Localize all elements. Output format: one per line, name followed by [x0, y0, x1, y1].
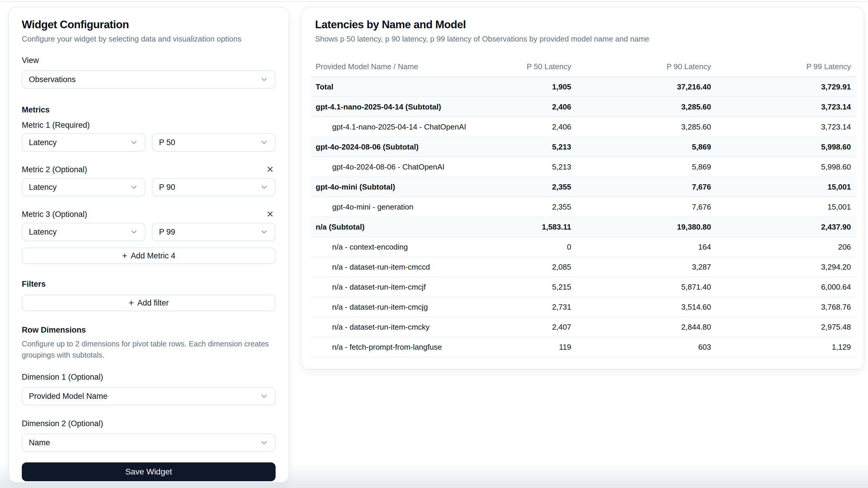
row-p50-cell: 2,085 — [476, 257, 576, 277]
row-p99-cell: 3,723.14 — [716, 117, 856, 137]
row-p90-cell: 5,871.40 — [576, 277, 716, 297]
table-row: n/a - dataset-run-item-cmcjf 5,215 5,871… — [311, 277, 856, 297]
chevron-down-icon — [260, 75, 269, 84]
chevron-down-icon — [129, 183, 138, 192]
row-p99-cell: 206 — [716, 237, 856, 257]
dimension-1-label: Dimension 1 (Optional) — [22, 372, 276, 382]
column-header-p90: P 90 Latency — [576, 59, 716, 77]
table-row: n/a - context-encoding 0 164 206 — [311, 237, 856, 257]
metric-2-label: Metric 2 (Optional) — [22, 165, 87, 174]
table-row: n/a (Subtotal) 1,583.11 19,380.80 2,437.… — [311, 217, 856, 237]
table-row: n/a - dataset-run-item-cmccd 2,085 3,287… — [311, 257, 856, 277]
row-dimensions-section-label: Row Dimensions — [22, 325, 276, 335]
row-p50-cell: 2,406 — [476, 117, 576, 137]
dimension-2-select[interactable]: Name — [22, 433, 276, 452]
row-p99-cell: 2,437.90 — [716, 217, 856, 237]
metric-3-aggregation-select[interactable]: P 99 — [152, 223, 276, 241]
row-name-cell: n/a - context-encoding — [311, 237, 476, 257]
table-row: n/a - fetch-prompt-from-langfuse 119 603… — [311, 337, 856, 357]
remove-metric-2-button[interactable]: ✕ — [265, 165, 276, 174]
plus-icon: + — [129, 298, 134, 307]
table-row: n/a - dataset-run-item-cmcky 2,407 2,844… — [311, 317, 856, 337]
metric-2-measure-select[interactable]: Latency — [22, 178, 146, 196]
row-name-cell: Total — [311, 77, 476, 97]
row-p50-cell: 2,731 — [476, 297, 576, 317]
row-p50-cell: 5,213 — [476, 137, 576, 157]
table-row: Total 1,905 37,216.40 3,729.91 — [311, 77, 856, 97]
config-panel-title: Widget Configuration — [22, 18, 276, 32]
row-p90-cell: 3,285.60 — [576, 117, 716, 137]
row-p99-cell: 3,723.14 — [716, 97, 856, 117]
metric-1-measure-value: Latency — [29, 138, 57, 147]
row-p99-cell: 15,001 — [716, 197, 856, 217]
row-p50-cell: 5,215 — [476, 277, 576, 297]
widget-title: Latencies by Name and Model — [315, 18, 855, 32]
chevron-down-icon — [260, 392, 269, 400]
row-p99-cell: 15,001 — [716, 177, 856, 197]
metric-3-measure-select[interactable]: Latency — [22, 223, 146, 241]
row-p90-cell: 3,514.60 — [576, 297, 716, 317]
row-name-cell: gpt-4o-mini - generation — [311, 197, 476, 217]
add-filter-button[interactable]: + Add filter — [22, 295, 276, 311]
row-p50-cell: 1,905 — [476, 77, 576, 97]
close-icon: ✕ — [267, 209, 274, 219]
view-label: View — [22, 56, 276, 65]
row-name-cell: n/a - dataset-run-item-cmcjg — [311, 297, 476, 317]
row-name-cell: n/a (Subtotal) — [311, 217, 476, 237]
row-p50-cell: 2,355 — [476, 197, 576, 217]
row-name-cell: gpt-4.1-nano-2025-04-14 - ChatOpenAI — [311, 117, 476, 137]
column-header-p50: P 50 Latency — [476, 59, 576, 77]
table-row: n/a - dataset-run-item-cmcjg 2,731 3,514… — [311, 297, 856, 317]
metric-2-aggregation-select[interactable]: P 90 — [152, 178, 276, 196]
row-p50-cell: 2,355 — [476, 177, 576, 197]
row-p99-cell: 2,975.48 — [716, 317, 856, 337]
widget-preview-panel: Latencies by Name and Model Shows p 50 l… — [301, 7, 865, 370]
metric-1-aggregation-select[interactable]: P 50 — [152, 133, 276, 152]
row-p90-cell: 7,676 — [576, 197, 716, 217]
save-widget-button[interactable]: Save Widget — [22, 462, 276, 481]
view-select[interactable]: Observations — [22, 70, 276, 89]
metrics-section-label: Metrics — [22, 105, 276, 115]
remove-metric-3-button[interactable]: ✕ — [265, 209, 276, 219]
metric-2-row: Latency P 90 — [22, 178, 276, 196]
row-p90-cell: 5,869 — [576, 137, 716, 157]
row-p90-cell: 37,216.40 — [576, 77, 716, 97]
row-dimensions-description: Configure up to 2 dimensions for pivot t… — [22, 338, 276, 361]
row-p90-cell: 3,285.60 — [576, 97, 716, 117]
dimension-1-select[interactable]: Provided Model Name — [22, 387, 276, 405]
row-p99-cell: 5,998.60 — [716, 157, 856, 177]
row-p90-cell: 603 — [576, 337, 716, 357]
metric-1-label: Metric 1 (Required) — [22, 120, 276, 130]
dimension-1-value: Provided Model Name — [29, 392, 107, 401]
row-name-cell: gpt-4o-2024-08-06 (Subtotal) — [311, 137, 476, 157]
row-p99-cell: 1,129 — [716, 337, 856, 357]
chevron-down-icon — [129, 138, 138, 147]
pivot-table-header-row: Provided Model Name / Name P 50 Latency … — [311, 59, 856, 77]
filters-section-label: Filters — [22, 279, 276, 289]
metric-1-measure-select[interactable]: Latency — [22, 133, 146, 152]
row-p50-cell: 5,213 — [476, 157, 576, 177]
config-panel-subtitle: Configure your widget by selecting data … — [22, 34, 276, 44]
metric-1-row: Latency P 50 — [22, 133, 276, 152]
metric-3-row: Latency P 99 — [22, 223, 276, 241]
table-row: gpt-4.1-nano-2025-04-14 (Subtotal) 2,406… — [311, 97, 856, 117]
row-name-cell: gpt-4o-2024-08-06 - ChatOpenAI — [311, 157, 476, 177]
widget-subtitle: Shows p 50 latency, p 90 latency, p 99 l… — [315, 34, 855, 44]
row-p90-cell: 2,844.80 — [576, 317, 716, 337]
add-metric-button[interactable]: + Add Metric 4 — [22, 248, 276, 264]
table-row: gpt-4o-2024-08-06 - ChatOpenAI 5,213 5,8… — [311, 157, 856, 177]
row-p99-cell: 3,768.76 — [716, 297, 856, 317]
metric-3-aggregation-value: P 99 — [159, 228, 175, 237]
dimension-2-label: Dimension 2 (Optional) — [22, 419, 276, 428]
row-name-cell: n/a - fetch-prompt-from-langfuse — [311, 337, 476, 357]
add-metric-label: Add Metric 4 — [131, 251, 176, 260]
row-p50-cell: 2,407 — [476, 317, 576, 337]
row-p90-cell: 7,676 — [576, 177, 716, 197]
metric-3-measure-value: Latency — [29, 228, 57, 237]
dimension-2-value: Name — [29, 438, 50, 447]
row-p99-cell: 3,294.20 — [716, 257, 856, 277]
row-name-cell: gpt-4o-mini (Subtotal) — [311, 177, 476, 197]
close-icon: ✕ — [267, 165, 274, 174]
metric-3-label: Metric 3 (Optional) — [22, 209, 87, 219]
widget-configuration-panel: Widget Configuration Configure your widg… — [8, 7, 289, 483]
